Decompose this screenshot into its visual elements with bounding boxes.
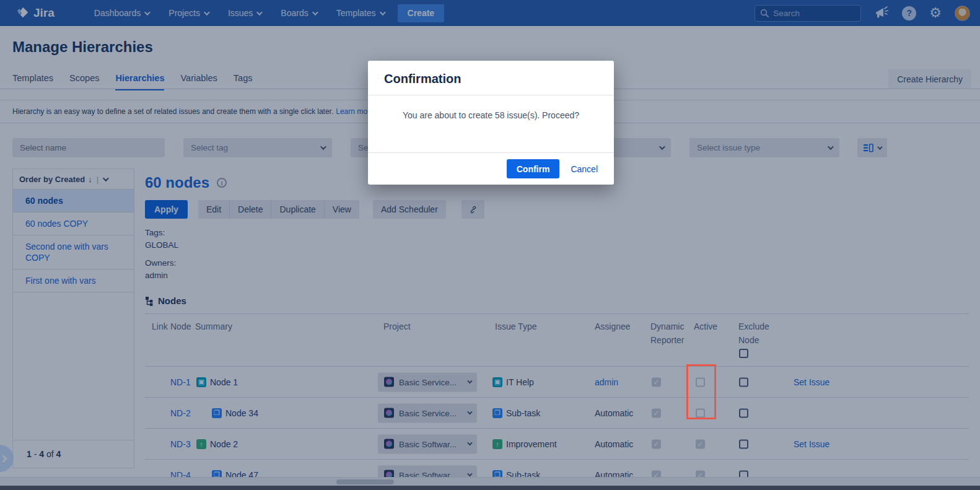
confirmation-dialog: Confirmation You are about to create 58 … <box>368 61 614 185</box>
dialog-title: Confirmation <box>368 61 614 95</box>
confirm-button[interactable]: Confirm <box>507 159 560 178</box>
red-annotation-box <box>686 364 716 419</box>
dialog-footer: Confirm Cancel <box>368 152 614 185</box>
cancel-button[interactable]: Cancel <box>571 164 598 174</box>
dialog-message: You are about to create 58 issue(s). Pro… <box>368 95 614 152</box>
